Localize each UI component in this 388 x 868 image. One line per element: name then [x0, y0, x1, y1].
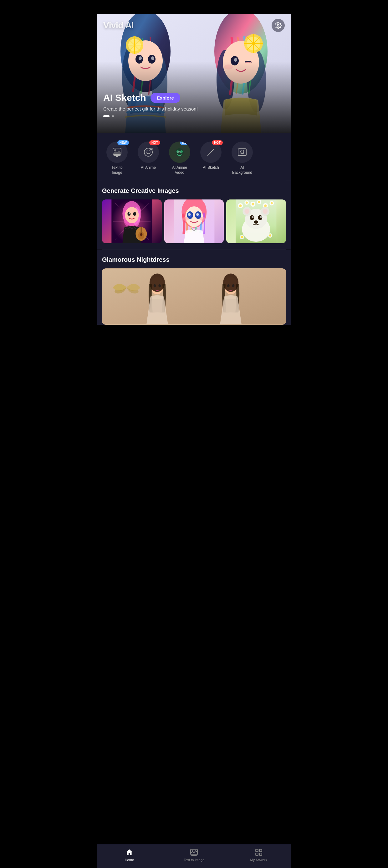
- feature-label-ai-anime: AI Anime: [141, 165, 156, 170]
- hero-content: AI Sketch Explore Create the perfect gif…: [97, 92, 291, 117]
- dot-2[interactable]: [112, 115, 114, 117]
- svg-point-97: [254, 220, 258, 224]
- feature-ai-sketch[interactable]: HOT AI Sketch: [195, 139, 227, 178]
- app-title: Vivid AI: [103, 20, 134, 30]
- explore-button[interactable]: Explore: [151, 93, 180, 103]
- svg-point-67: [198, 215, 200, 217]
- badge-new-ai-anime-video: NEW: [180, 142, 190, 145]
- svg-point-66: [190, 215, 192, 217]
- svg-point-90: [245, 209, 250, 214]
- hero-subtitle: Create the perfect gift for this holiday…: [103, 106, 285, 112]
- svg-point-102: [158, 284, 161, 287]
- svg-point-84: [241, 236, 243, 238]
- svg-point-76: [252, 203, 254, 206]
- svg-point-92: [263, 209, 268, 214]
- settings-button[interactable]: [271, 19, 285, 32]
- creative-section: Generate Creative Images: [97, 181, 291, 250]
- feature-icon-ai-sketch: HOT: [200, 142, 222, 163]
- nightdress-title: Glamorous Nightdress: [102, 256, 286, 264]
- creative-card-anime[interactable]: [164, 199, 224, 243]
- nightdress-banner[interactable]: [102, 268, 286, 325]
- page-spacer: [97, 325, 291, 356]
- svg-point-30: [114, 149, 116, 151]
- svg-point-58: [140, 233, 142, 236]
- svg-point-100: [150, 274, 165, 292]
- svg-point-80: [264, 205, 267, 207]
- svg-point-106: [232, 284, 235, 287]
- feature-label-ai-background: AIBackground: [232, 165, 252, 175]
- svg-point-8: [151, 56, 154, 60]
- card-bg-anime: [164, 199, 224, 243]
- text-to-image-icon: [112, 147, 122, 157]
- svg-point-68: [183, 217, 189, 221]
- hero-top-bar: Vivid AI: [97, 14, 291, 37]
- svg-point-34: [151, 148, 153, 150]
- svg-point-54: [129, 212, 130, 214]
- hero-feature-title: AI Sketch: [103, 92, 146, 103]
- feature-icon-text-to-image: NEW: [106, 142, 128, 163]
- card-bg-bear: [226, 199, 286, 243]
- gear-icon: [275, 22, 282, 29]
- badge-hot-ai-sketch: HOT: [212, 140, 223, 145]
- svg-point-105: [227, 284, 230, 287]
- dot-1[interactable]: [103, 115, 109, 117]
- svg-point-40: [240, 150, 244, 153]
- features-section: NEW Text toImage HOT AI Anime: [97, 133, 291, 181]
- svg-point-51: [125, 207, 139, 223]
- feature-icon-ai-background: [231, 142, 253, 163]
- svg-point-82: [271, 202, 273, 205]
- feature-ai-anime[interactable]: HOT AI Anime: [133, 139, 164, 178]
- feature-label-ai-anime-video: AI AnimeVideo: [172, 165, 187, 175]
- ai-sketch-icon: [206, 147, 216, 157]
- svg-point-101: [154, 284, 156, 287]
- svg-point-69: [199, 217, 205, 221]
- svg-point-104: [223, 274, 238, 292]
- features-scroll: NEW Text toImage HOT AI Anime: [97, 139, 291, 178]
- ai-background-icon: [237, 147, 247, 157]
- svg-point-7: [139, 56, 142, 60]
- feature-ai-anime-video[interactable]: 论坛 NEW AI AnimeVideo: [164, 139, 195, 178]
- feature-icon-ai-anime: HOT: [138, 142, 159, 163]
- svg-point-96: [260, 216, 262, 218]
- svg-rect-98: [102, 269, 286, 324]
- creative-card-bear[interactable]: [226, 199, 286, 243]
- svg-point-78: [258, 201, 260, 203]
- feature-label-ai-sketch: AI Sketch: [203, 165, 219, 170]
- creative-card-rock[interactable]: [102, 199, 162, 243]
- svg-point-33: [144, 148, 152, 156]
- feature-text-to-image[interactable]: NEW Text toImage: [101, 139, 133, 178]
- badge-hot-ai-anime: HOT: [149, 140, 160, 145]
- svg-point-74: [246, 202, 248, 204]
- hero-banner: Vivid AI AI Sketch Explore Create the pe…: [97, 14, 291, 133]
- status-bar: [97, 0, 291, 14]
- creative-grid: [102, 199, 286, 243]
- svg-point-95: [252, 216, 254, 218]
- svg-point-28: [277, 24, 279, 26]
- ai-anime-icon: [143, 147, 153, 157]
- badge-new-text-to-image: NEW: [117, 140, 129, 145]
- svg-text:论坛: 论坛: [177, 151, 181, 153]
- svg-point-86: [269, 235, 271, 237]
- hero-title-row: AI Sketch Explore: [103, 92, 285, 103]
- svg-point-53: [133, 212, 136, 216]
- creative-section-title: Generate Creative Images: [102, 187, 286, 194]
- svg-point-72: [239, 205, 242, 207]
- nightdress-section: Glamorous Nightdress: [97, 250, 291, 325]
- feature-ai-background[interactable]: AIBackground: [227, 139, 258, 178]
- hero-dots: [103, 115, 285, 117]
- ai-anime-video-icon: 论坛: [174, 147, 185, 157]
- feature-icon-ai-anime-video: 论坛 NEW: [169, 142, 190, 163]
- feature-label-text-to-image: Text toImage: [111, 165, 122, 175]
- card-bg-rock: [102, 199, 162, 243]
